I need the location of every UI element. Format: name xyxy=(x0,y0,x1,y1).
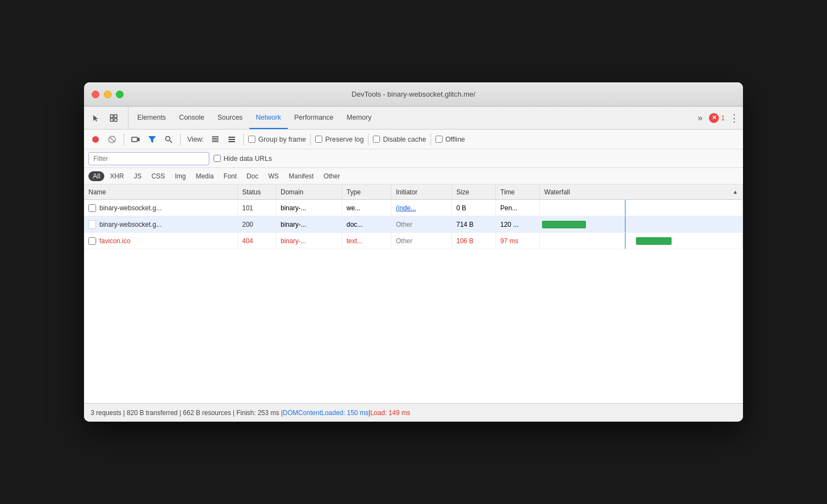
type-filter-other[interactable]: Other xyxy=(319,171,344,181)
divider-3 xyxy=(243,133,244,145)
empty-space xyxy=(84,249,743,403)
th-initiator[interactable]: Initiator xyxy=(392,184,452,199)
more-tabs-button[interactable]: » xyxy=(695,113,705,123)
network-panel: View: Group by xyxy=(84,130,743,422)
row-checkbox-3[interactable] xyxy=(88,237,96,245)
record-button[interactable] xyxy=(88,132,103,147)
list-view-button[interactable] xyxy=(208,132,222,147)
td-domain-2: binary-... xyxy=(276,216,342,232)
sort-arrow-icon: ▲ xyxy=(733,189,738,195)
type-filter-xhr[interactable]: XHR xyxy=(105,171,128,181)
td-size-1: 0 B xyxy=(452,200,496,216)
th-size[interactable]: Size xyxy=(452,184,496,199)
divider-2 xyxy=(180,133,181,145)
svg-marker-8 xyxy=(138,137,139,142)
table-row[interactable]: binary-websocket.g... 101 binary-... we.… xyxy=(84,200,743,216)
svg-point-10 xyxy=(166,136,170,141)
search-button[interactable] xyxy=(161,132,176,147)
td-waterfall-3 xyxy=(540,233,743,249)
table-row[interactable]: binary-websocket.g... 200 binary-... doc… xyxy=(84,216,743,233)
tab-console[interactable]: Console xyxy=(172,107,211,129)
type-filter-ws[interactable]: WS xyxy=(264,171,283,181)
td-initiator-1: (inde... xyxy=(392,200,452,216)
type-filter-manifest[interactable]: Manifest xyxy=(284,171,318,181)
filter-bar: Hide data URLs xyxy=(84,149,743,168)
th-type[interactable]: Type xyxy=(342,184,392,199)
name-text-2: binary-websocket.g... xyxy=(99,221,161,228)
td-time-1: Pen... xyxy=(496,200,540,216)
divider-1 xyxy=(124,133,124,145)
td-type-2: doc... xyxy=(342,216,392,232)
devtools-menu-button[interactable]: ⋮ xyxy=(729,112,739,124)
tab-elements[interactable]: Elements xyxy=(131,107,172,129)
view-label: View: xyxy=(187,136,204,143)
group-by-frame-label[interactable]: Group by frame xyxy=(248,136,306,143)
type-filter-all[interactable]: All xyxy=(88,171,104,181)
row-checkbox-1[interactable] xyxy=(88,204,96,212)
th-time[interactable]: Time xyxy=(496,184,540,199)
large-rows-button[interactable] xyxy=(225,132,239,147)
disable-cache-label[interactable]: Disable cache xyxy=(373,136,426,143)
divider-4 xyxy=(310,133,311,145)
filter-button[interactable] xyxy=(145,132,159,147)
svg-rect-0 xyxy=(110,115,113,117)
offline-label[interactable]: Offline xyxy=(435,136,465,143)
th-domain[interactable]: Domain xyxy=(276,184,342,199)
td-status-3: 404 xyxy=(238,233,276,249)
td-domain-1: binary-... xyxy=(276,200,342,216)
devtools-window: DevTools - binary-websocket.glitch.me/ E… xyxy=(84,82,743,422)
td-type-1: we... xyxy=(342,200,392,216)
error-icon: ✕ xyxy=(709,113,719,123)
waterfall-timeline-1 xyxy=(625,200,625,216)
th-waterfall[interactable]: Waterfall ▲ xyxy=(540,184,743,199)
svg-line-11 xyxy=(170,141,172,143)
waterfall-bar-3 xyxy=(636,237,672,245)
type-filter-font[interactable]: Font xyxy=(219,171,241,181)
th-status[interactable]: Status xyxy=(238,184,276,199)
td-initiator-3: Other xyxy=(392,233,452,249)
load-text: Load: 149 ms xyxy=(370,409,410,417)
tab-bar-right: » ✕ 1 ⋮ xyxy=(695,107,739,129)
tab-bar: Elements Console Sources Network Perform… xyxy=(84,107,743,130)
offline-checkbox[interactable] xyxy=(435,136,443,143)
tab-memory[interactable]: Memory xyxy=(340,107,378,129)
hide-data-urls-label[interactable]: Hide data URLs xyxy=(214,155,272,163)
table-row[interactable]: favicon.ico 404 binary-... text... Other xyxy=(84,233,743,249)
type-filter-css[interactable]: CSS xyxy=(147,171,170,181)
svg-point-4 xyxy=(92,136,99,143)
close-button[interactable] xyxy=(92,91,99,98)
preserve-log-checkbox[interactable] xyxy=(315,136,322,143)
th-name[interactable]: Name xyxy=(84,184,238,199)
error-badge: ✕ 1 xyxy=(709,113,725,123)
capture-screenshots-button[interactable] xyxy=(128,132,143,147)
waterfall-timeline-2 xyxy=(625,216,625,232)
svg-rect-1 xyxy=(114,115,117,117)
type-filter-img[interactable]: Img xyxy=(170,171,190,181)
inspector-icon[interactable] xyxy=(106,110,121,126)
svg-rect-3 xyxy=(114,119,117,121)
type-filter-js[interactable]: JS xyxy=(130,171,146,181)
filter-input[interactable] xyxy=(88,152,209,165)
disable-cache-checkbox[interactable] xyxy=(373,136,380,143)
td-type-3: text... xyxy=(342,233,392,249)
table-header: Name Status Domain Type Initiator Size xyxy=(84,184,743,200)
window-title: DevTools - binary-websocket.glitch.me/ xyxy=(351,90,475,98)
status-text: 3 requests | 820 B transferred | 662 B r… xyxy=(91,409,283,417)
minimize-button[interactable] xyxy=(104,91,111,98)
maximize-button[interactable] xyxy=(116,91,124,98)
preserve-log-label[interactable]: Preserve log xyxy=(315,136,364,143)
divider-5 xyxy=(368,133,368,145)
tab-network[interactable]: Network xyxy=(249,107,288,129)
group-by-frame-checkbox[interactable] xyxy=(248,136,255,143)
network-toolbar: View: Group by xyxy=(84,130,743,149)
tab-sources[interactable]: Sources xyxy=(211,107,249,129)
table-body: binary-websocket.g... 101 binary-... we.… xyxy=(84,200,743,403)
type-filter-media[interactable]: Media xyxy=(191,171,218,181)
hide-data-urls-checkbox[interactable] xyxy=(214,155,221,162)
type-filter-doc[interactable]: Doc xyxy=(242,171,262,181)
name-text-3: favicon.ico xyxy=(99,237,131,245)
td-name-3: favicon.ico xyxy=(84,233,238,249)
clear-button[interactable] xyxy=(105,132,119,147)
tab-performance[interactable]: Performance xyxy=(288,107,340,129)
cursor-icon[interactable] xyxy=(88,110,104,126)
